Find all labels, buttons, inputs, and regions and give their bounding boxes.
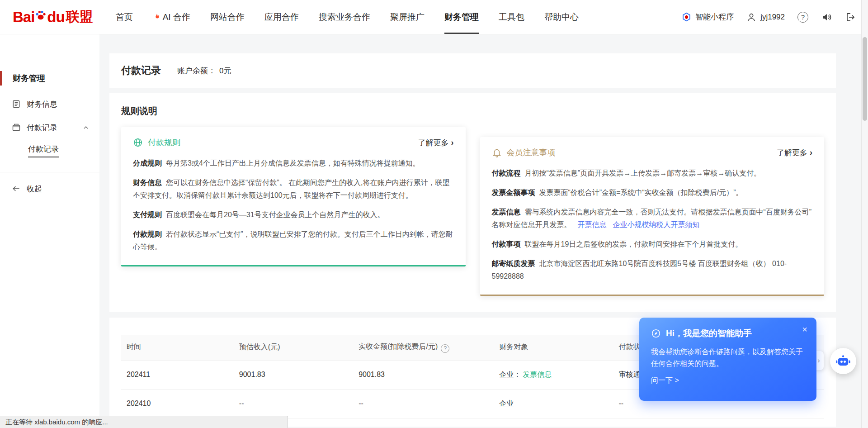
small-taxpayer-notice-link[interactable]: 企业小规模纳税人开票须知: [613, 221, 700, 228]
document-icon: [12, 100, 21, 109]
rule-item: 支付规则百度联盟会在每月20号—31号支付企业会员上个自然月产生的收入。: [133, 209, 454, 221]
rule-text: 北京市海淀区西北旺东路10号院百度科技园5号楼 百度联盟财务组（收） 010-5…: [492, 260, 787, 280]
close-icon[interactable]: ×: [802, 325, 807, 334]
rule-item: 发票金额事项发票票面“价税合计”金额=系统中“实收金额（扣除税费后/元）”。: [492, 186, 813, 199]
sidebar-divider: [0, 172, 99, 172]
nav-ai-cooperation[interactable]: AI 合作: [153, 0, 190, 34]
sidebar-item-payment-records[interactable]: 付款记录: [0, 116, 99, 139]
col-actual-amount: 实收金额(扣除税费后/元)?: [353, 335, 494, 360]
sidebar-finance-info-label: 财务信息: [27, 99, 57, 109]
balance-label: 账户余额：: [177, 67, 216, 75]
rule-item: 邮寄纸质发票北京市海淀区西北旺东路10号院百度科技园5号楼 百度联盟财务组（收）…: [492, 257, 813, 283]
sidebar-collapse-button[interactable]: 收起: [0, 177, 99, 200]
rule-item: 付款流程月初按“发票信息”页面开具发票→上传发票→邮寄发票→审核→确认支付。: [492, 167, 813, 180]
rule-text: 联盟在每月19日之后签收的发票，付款时间安排在下个月首批支付。: [525, 240, 743, 248]
rule-term: 付款流程: [492, 169, 521, 177]
member-notes-card: 会员注意事项 了解更多 › 付款流程月初按“发票信息”页面开具发票→上传发票→邮…: [480, 137, 825, 296]
help-glyph: ?: [801, 13, 805, 21]
invoice-info-link[interactable]: 开票信息: [578, 221, 607, 228]
chevron-right-icon: ›: [810, 148, 812, 157]
sidebar-section-finance-management[interactable]: 财务管理: [0, 68, 99, 89]
collapse-label: 收起: [27, 184, 42, 194]
rule-item: 付款规则若付款状态显示“已支付”，说明联盟已安排了您的付款。支付后三个工作日内到…: [133, 228, 454, 253]
sidebar-subitem-payment-records[interactable]: 付款记录: [0, 139, 99, 162]
nav-toolkit[interactable]: 工具包: [499, 0, 524, 34]
globe-icon: [133, 138, 143, 147]
nav-home[interactable]: 首页: [116, 0, 133, 34]
col-target-label: 财务对象: [499, 343, 528, 351]
row-target: 企业：: [499, 371, 521, 378]
miniapp-entry[interactable]: 智能小程序: [682, 12, 734, 22]
cell-actual: 9001.83: [353, 360, 494, 389]
assistant-chat-popup: × Hi，我是您的智能助手 我会帮助您诊断合作链路问题，以及解答您关于任何合作相…: [639, 318, 816, 401]
nav-finance-management[interactable]: 财务管理: [444, 0, 479, 34]
cell-target: 企业：发票信息: [494, 360, 613, 389]
rule-term: 分成规则: [133, 159, 162, 167]
nav-website-cooperation[interactable]: 网站合作: [210, 0, 245, 34]
logo-text-union: 联盟: [66, 8, 93, 26]
column-help-icon[interactable]: ?: [441, 344, 449, 353]
rule-text: 若付款状态显示“已支付”，说明联盟已安排了您的付款。支付后三个工作日内到帐，请您…: [133, 230, 453, 251]
cell-actual: --: [353, 389, 494, 418]
rules-panel: 规则说明 付款规则 了解更多 › 分成规则每月第3或4个工作日产出上月: [109, 93, 836, 312]
wallet-icon: [12, 123, 21, 132]
nav-ai-label: AI 合作: [163, 11, 190, 23]
help-icon[interactable]: ?: [797, 12, 808, 23]
rule-item: 分成规则每月第3或4个工作日产出上月分成信息及发票信息，如有特殊情况将提前通知。: [133, 157, 454, 170]
scrollbar-thumb[interactable]: [863, 37, 867, 121]
invoice-info-row-link[interactable]: 发票信息: [523, 371, 552, 378]
nav-search-label: 搜索业务合作: [319, 11, 370, 23]
col-estimated-income: 预估收入(元): [234, 335, 353, 360]
main-nav: 首页 AI 合作 网站合作 应用合作 搜索业务合作 聚屏推广 财务管理 工具包 …: [116, 0, 579, 34]
rule-item: 财务信息您可以在财务信息中选择“保留付款”。 在此期间您产生的收入,将在账户内进…: [133, 176, 454, 202]
navbar-right: 智能小程序 jyj1992 ?: [682, 12, 855, 23]
rule-term: 财务信息: [133, 179, 162, 186]
row-actual: --: [359, 399, 363, 407]
collapse-icon: [12, 184, 21, 193]
col-finance-target: 财务对象: [494, 335, 613, 360]
tab-arrow-glyph: ›: [817, 357, 820, 365]
ask-now-link[interactable]: 问一下 >: [651, 376, 805, 385]
nav-app-label: 应用合作: [264, 11, 299, 23]
rule-item: 付款事项联盟在每月19日之后签收的发票，付款时间安排在下个月首批支付。: [492, 238, 813, 251]
assistant-robot-button[interactable]: [830, 348, 856, 374]
nav-app-cooperation[interactable]: 应用合作: [264, 0, 299, 34]
cell-time: 202410: [121, 389, 234, 418]
speaker-icon[interactable]: [821, 12, 832, 23]
rule-text: 百度联盟会在每月20号—31号支付企业会员上个自然月产生的收入。: [166, 211, 385, 219]
row-actual: 9001.83: [359, 371, 385, 378]
nav-screen-label: 聚屏推广: [390, 11, 425, 23]
row-estimated: 9001.83: [239, 371, 265, 378]
status-text: 正在等待 xlab.baidu.com 的响应...: [5, 418, 108, 427]
col-estimated-label: 预估收入(元): [239, 343, 280, 351]
rule-term: 付款事项: [492, 240, 521, 248]
cell-target: 企业: [494, 389, 613, 418]
browser-status-bar: 正在等待 xlab.baidu.com 的响应...: [0, 416, 288, 428]
user-account[interactable]: jyj1992: [746, 12, 785, 22]
payment-rules-more-link[interactable]: 了解更多 ›: [418, 138, 454, 148]
robot-icon: [835, 353, 851, 369]
nav-screen-promotion[interactable]: 聚屏推广: [390, 0, 425, 34]
miniapp-icon: [682, 12, 691, 22]
help-glyph: ?: [443, 345, 447, 352]
rule-term: 支付规则: [133, 211, 162, 219]
page-scrollbar[interactable]: [861, 0, 868, 428]
rule-term: 发票金额事项: [492, 189, 535, 196]
logout-icon[interactable]: [844, 12, 855, 23]
user-icon: [746, 12, 756, 22]
compass-icon: [651, 328, 661, 338]
rule-text: 每月第3或4个工作日产出上月分成信息及发票信息，如有特殊情况将提前通知。: [166, 159, 420, 167]
nav-help-center[interactable]: 帮助中心: [544, 0, 579, 34]
member-notes-more-link[interactable]: 了解更多 ›: [777, 147, 812, 158]
nav-search-business[interactable]: 搜索业务合作: [319, 0, 370, 34]
chat-title: Hi，我是您的智能助手: [666, 328, 752, 339]
sidebar-item-finance-info[interactable]: 财务信息: [0, 92, 99, 116]
username: jyj1992: [760, 13, 785, 22]
more-label: 了解更多: [418, 138, 449, 148]
nav-toolkit-label: 工具包: [499, 11, 524, 23]
rules-section-title: 规则说明: [121, 105, 824, 117]
baidu-union-logo[interactable]: Bai du 联盟: [13, 8, 93, 26]
col-time-label: 时间: [127, 343, 141, 351]
miniapp-label: 智能小程序: [695, 12, 734, 22]
nav-home-label: 首页: [116, 11, 133, 23]
